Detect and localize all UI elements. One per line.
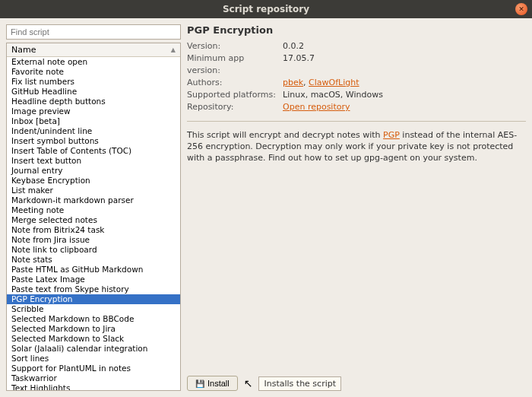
repo-link[interactable]: Open repository (283, 102, 350, 112)
list-item[interactable]: Headline depth buttons (7, 97, 180, 106)
install-tooltip: Installs the script (258, 376, 341, 391)
left-panel: Name ▲ External note openFavorite noteFi… (6, 24, 181, 391)
minapp-value: 17.05.7 (283, 52, 315, 77)
list-item[interactable]: Fix list numbers (7, 77, 180, 87)
titlebar: Script repository ✕ (0, 0, 532, 18)
list-item[interactable]: Markdown-it markdown parser (7, 195, 180, 205)
list-item[interactable]: Text Highlights (7, 383, 180, 390)
mouse-cursor-icon: ↖ (244, 377, 253, 389)
save-icon: 💾 (195, 380, 204, 388)
install-bar: 💾 Install ↖ Installs the script (187, 376, 526, 391)
authors-label: Authors: (187, 77, 278, 89)
script-list-frame: Name ▲ External note openFavorite noteFi… (6, 43, 181, 391)
author-link-2[interactable]: ClawOfLight (309, 78, 359, 87)
list-item[interactable]: Journal entry (7, 166, 180, 176)
list-item[interactable]: Selected Markdown to Slack (7, 334, 180, 344)
list-item[interactable]: PGP Encryption (7, 294, 180, 304)
search-input[interactable] (6, 24, 181, 40)
separator (187, 121, 526, 122)
list-item[interactable]: Indent/unindent line (7, 126, 180, 136)
repo-label: Repository: (187, 101, 278, 113)
list-item[interactable]: Selected Markdown to Jira (7, 324, 180, 334)
content-area: Name ▲ External note openFavorite noteFi… (0, 18, 532, 397)
list-item[interactable]: Favorite note (7, 67, 180, 77)
list-item[interactable]: Paste HTML as GitHub Markdown (7, 265, 180, 275)
version-value: 0.0.2 (283, 40, 304, 52)
list-item[interactable]: GitHub Headline (7, 87, 180, 97)
script-title: PGP Encryption (187, 24, 526, 36)
list-item[interactable]: Insert text button (7, 156, 180, 166)
list-item[interactable]: Insert symbol buttons (7, 136, 180, 146)
list-item[interactable]: Meeting note (7, 205, 180, 215)
version-label: Version: (187, 40, 278, 52)
list-header-label: Name (11, 45, 36, 55)
detail-panel: PGP Encryption Version: 0.0.2 Minimum ap… (187, 24, 526, 391)
list-item[interactable]: Paste text from Skype history (7, 284, 180, 294)
list-item[interactable]: Note from Bitrix24 task (7, 225, 180, 235)
sort-arrow-icon: ▲ (171, 46, 176, 53)
list-item[interactable]: Selected Markdown to BBCode (7, 314, 180, 324)
script-list[interactable]: External note openFavorite noteFix list … (7, 57, 180, 390)
pgp-link[interactable]: PGP (383, 130, 400, 140)
author-link-1[interactable]: pbek (283, 78, 303, 87)
list-item[interactable]: Merge selected notes (7, 215, 180, 225)
list-item[interactable]: Note stats (7, 255, 180, 265)
meta-table: Version: 0.0.2 Minimum app version: 17.0… (187, 40, 526, 113)
list-item[interactable]: Inbox [beta] (7, 116, 180, 126)
list-item[interactable]: List maker (7, 186, 180, 195)
list-item[interactable]: Image preview (7, 106, 180, 116)
authors-value: pbek, ClawOfLight (283, 77, 359, 89)
list-item[interactable]: Note from Jira issue (7, 235, 180, 245)
list-item[interactable]: Paste Latex Image (7, 275, 180, 284)
platforms-value: Linux, macOS, Windows (283, 89, 383, 101)
install-label: Install (207, 379, 230, 388)
list-item[interactable]: Insert Table of Contents (TOC) (7, 146, 180, 156)
list-item[interactable]: Solar (Jalaali) calendar integration (7, 344, 180, 354)
list-header[interactable]: Name ▲ (7, 43, 180, 57)
list-item[interactable]: Scribble (7, 304, 180, 314)
list-item[interactable]: Taskwarrior (7, 373, 180, 383)
list-item[interactable]: Note link to clipboard (7, 245, 180, 255)
platforms-label: Supported platforms: (187, 89, 278, 101)
list-item[interactable]: Support for PlantUML in notes (7, 364, 180, 373)
close-icon[interactable]: ✕ (515, 3, 527, 15)
script-description: This script will encrypt and decrypt not… (187, 129, 526, 164)
list-item[interactable]: External note open (7, 57, 180, 67)
minapp-label: Minimum app version: (187, 52, 278, 77)
list-item[interactable]: Sort lines (7, 354, 180, 364)
window-title: Script repository (223, 4, 309, 14)
install-button[interactable]: 💾 Install (187, 376, 238, 391)
list-item[interactable]: Keybase Encryption (7, 176, 180, 186)
